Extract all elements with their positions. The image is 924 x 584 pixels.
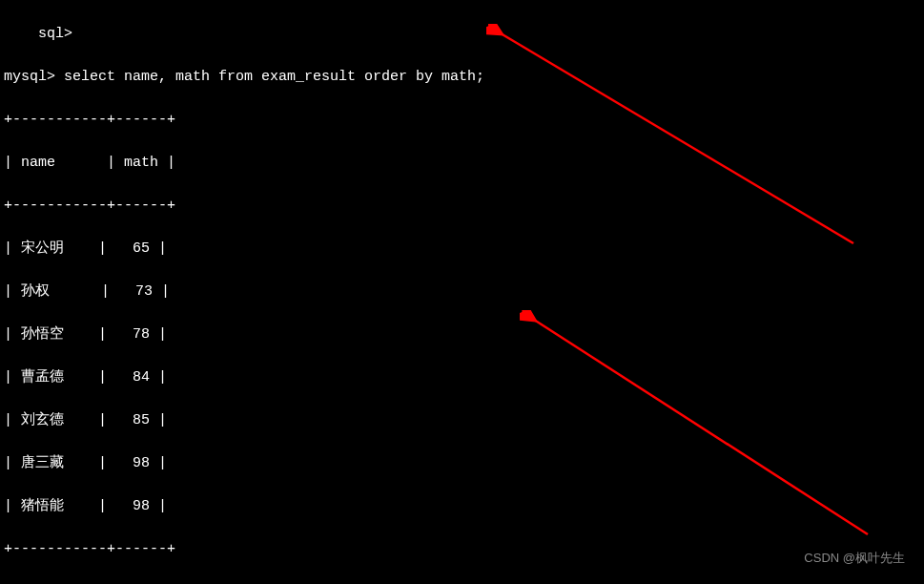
query-line-1: mysql> select name, math from exam_resul… — [4, 67, 920, 89]
terminal-output: sql> mysql> select name, math from exam_… — [4, 2, 920, 584]
watermark-text: CSDN @枫叶先生 — [804, 549, 905, 568]
sql-statement: select name, math from exam_result order… — [64, 69, 484, 85]
table-separator: +-----------+------+ — [4, 196, 920, 218]
table-header: | name | math | — [4, 153, 920, 175]
table-row: | 唐三藏 | 98 | — [4, 453, 920, 475]
mysql-prompt: mysql> — [4, 69, 64, 85]
table-separator: +-----------+------+ — [4, 110, 920, 132]
table-row: | 宋公明 | 65 | — [4, 239, 920, 261]
table-separator: +-----------+------+ — [4, 539, 920, 561]
table-row: | 曹孟德 | 84 | — [4, 367, 920, 389]
table-row: | 孙悟空 | 78 | — [4, 324, 920, 346]
partial-prompt: sql> — [4, 24, 920, 46]
table-row: | 刘玄德 | 85 | — [4, 410, 920, 432]
table-row: | 猪悟能 | 98 | — [4, 496, 920, 518]
table-row: | 孙权 | 73 | — [4, 282, 920, 303]
